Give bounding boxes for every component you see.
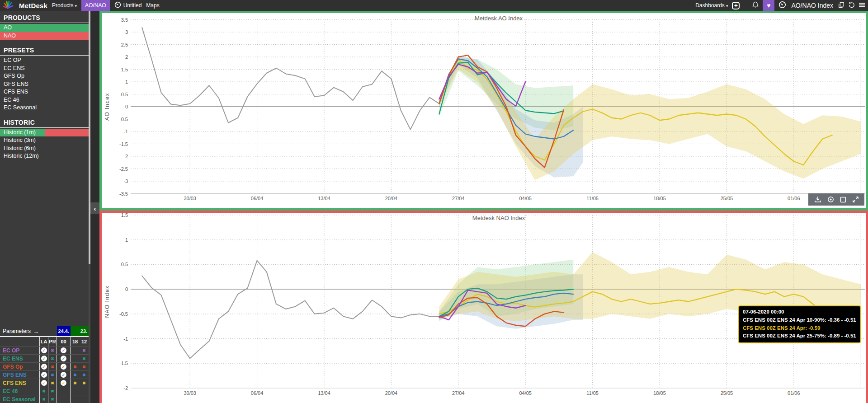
svg-text:11/05: 11/05 (586, 196, 599, 201)
checkbox-checked[interactable]: ✓ (40, 363, 48, 370)
x-icon: ✖ (82, 381, 86, 385)
checkbox-checked[interactable]: ✓ (57, 371, 71, 379)
svg-text:Metdesk AO Index: Metdesk AO Index (475, 15, 523, 22)
x-icon: ✖ (42, 389, 46, 394)
sidebar-item-cfs-ens[interactable]: CFS ENS (0, 88, 89, 96)
checkbox-crossed[interactable]: ✖ (80, 355, 89, 362)
parameter-label-gfs-ens: GFS ENS (0, 371, 40, 379)
svg-text:-0.5: -0.5 (119, 117, 128, 122)
checkbox-crossed[interactable]: ✖ (71, 371, 80, 379)
column-header-12: 12 (80, 337, 89, 346)
duplicate-icon[interactable] (838, 2, 844, 9)
chevron-down-icon: ▾ (726, 4, 728, 8)
parameter-row-gfs-ens: GFS ENS✓✖✓✖✖ (0, 370, 89, 379)
svg-text:-3.5: -3.5 (119, 191, 128, 197)
svg-text:1.5: 1.5 (121, 67, 128, 72)
parameters-column-headers: LAPR001812 (0, 337, 89, 346)
checkbox-crossed[interactable]: ✖ (80, 371, 89, 379)
svg-text:06/04: 06/04 (251, 196, 264, 201)
sidebar-item-historic-6m[interactable]: Historic (6m) (0, 145, 89, 153)
checkbox-checked[interactable]: ✓ (57, 347, 71, 354)
checkbox-crossed[interactable]: ✖ (71, 363, 80, 370)
products-menu[interactable]: Products▾ (52, 2, 77, 9)
add-dashboard-button[interactable]: + (732, 2, 740, 9)
checkbox-crossed[interactable]: ✖ (48, 379, 57, 387)
checkbox-crossed[interactable]: ✖ (40, 395, 48, 403)
favorite-heart-icon[interactable]: ♥ (763, 0, 774, 11)
parameters-label: Parameters→ (0, 326, 57, 336)
series-historic (142, 261, 439, 359)
svg-text:13/04: 13/04 (318, 196, 330, 201)
parameter-row-ec-46: EC 46✖✖ (0, 387, 89, 395)
parameter-row-cfs-ens: CFS ENS✓✖✓✖✖ (0, 379, 89, 387)
sidebar-item-historic-1m[interactable]: Historic (1m) (0, 129, 89, 137)
fullscreen-icon[interactable] (852, 196, 859, 203)
x-icon: ✖ (51, 373, 54, 377)
checkbox-checked[interactable]: ✓ (40, 379, 48, 387)
checkbox-crossed[interactable]: ✖ (80, 379, 89, 387)
checkbox-checked[interactable]: ✓ (40, 355, 48, 362)
reset-undo-icon[interactable] (849, 2, 855, 9)
svg-text:-2: -2 (123, 385, 128, 391)
svg-text:-1.5: -1.5 (119, 141, 128, 147)
active-product-tab[interactable]: AO/NAO (81, 0, 110, 11)
check-icon: ✓ (61, 347, 66, 353)
sidebar-item-nao[interactable]: NAO (0, 32, 89, 40)
sidebar-item-ao[interactable]: AO (0, 24, 89, 32)
tooltip-line: CFS ENS 00Z ENS 24 Apr: -0.59 (743, 324, 856, 333)
x-icon: ✖ (73, 373, 77, 377)
checkbox-crossed[interactable]: ✖ (48, 347, 57, 354)
arrow-right-icon: → (33, 328, 39, 335)
parameters-label-text: Parameters (3, 328, 31, 334)
sidebar-section-title-historic: HISTORIC (0, 116, 89, 128)
gauge-icon (778, 1, 786, 10)
sidebar: PRODUCTSAONAOPRESETSEC OPEC ENSGFS OpGFS… (0, 11, 89, 403)
checkbox-crossed[interactable]: ✖ (80, 347, 89, 354)
column-header-la: LA (40, 337, 48, 346)
checkbox-checked[interactable]: ✓ (57, 379, 71, 387)
sidebar-item-ec-ens[interactable]: EC ENS (0, 65, 89, 73)
maps-tab[interactable]: Maps (146, 2, 159, 9)
target-icon[interactable] (827, 196, 834, 203)
svg-text:-1: -1 (123, 336, 128, 342)
parameter-label-gfs-op: GFS Op (0, 363, 40, 370)
svg-text:2: 2 (125, 54, 128, 60)
parameter-row-ec-op: EC OP✓✖✓✖ (0, 346, 89, 354)
box-select-icon[interactable] (840, 197, 846, 203)
sidebar-rail: ‹ (90, 11, 99, 403)
checkbox-crossed[interactable]: ✖ (80, 363, 89, 370)
x-icon: ✖ (51, 397, 54, 402)
checkbox-crossed[interactable]: ✖ (48, 355, 57, 362)
untitled-dashboard-tab[interactable]: Untitled (114, 1, 142, 9)
dashboards-menu[interactable]: Dashboards▾ (695, 2, 728, 9)
svg-text:-0.5: -0.5 (119, 311, 128, 317)
sidebar-item-gfs-ens[interactable]: GFS ENS (0, 80, 89, 89)
checkbox-crossed[interactable]: ✖ (40, 387, 48, 395)
sidebar-section-title-products: PRODUCTS (0, 11, 89, 23)
checkbox-crossed[interactable]: ✖ (48, 387, 57, 395)
svg-text:3: 3 (125, 29, 128, 35)
svg-text:20/04: 20/04 (385, 390, 398, 396)
checkbox-checked[interactable]: ✓ (40, 371, 48, 379)
parameter-label-cfs-ens: CFS ENS (0, 379, 40, 387)
checkbox-crossed[interactable]: ✖ (48, 371, 57, 379)
checkbox-checked[interactable]: ✓ (57, 355, 71, 362)
notifications-bell-icon[interactable] (752, 1, 759, 9)
checkbox-crossed[interactable]: ✖ (71, 379, 80, 387)
nao-chart-panel: 1.510.50-0.5-1-1.5-230/0306/0413/0420/04… (99, 211, 868, 403)
svg-text:01/06: 01/06 (788, 390, 800, 396)
checkbox-crossed[interactable]: ✖ (48, 363, 57, 370)
sidebar-item-ec-46[interactable]: EC 46 (0, 96, 89, 104)
checkbox-checked[interactable]: ✓ (57, 363, 71, 370)
sidebar-item-historic-12m[interactable]: Historic (12m) (0, 152, 89, 160)
sidebar-item-historic-3m[interactable]: Historic (3m) (0, 136, 89, 145)
sidebar-item-ec-seasonal[interactable]: EC Seasonal (0, 104, 89, 112)
sidebar-collapse-button[interactable]: ‹ (90, 202, 99, 214)
sidebar-item-ec-op[interactable]: EC OP (0, 56, 89, 65)
checkbox-crossed[interactable]: ✖ (48, 395, 57, 403)
svg-text:-2.5: -2.5 (119, 166, 128, 172)
checkbox-checked[interactable]: ✓ (40, 347, 48, 354)
menu-icon[interactable] (859, 2, 865, 9)
download-icon[interactable] (814, 196, 821, 203)
sidebar-item-gfs-op[interactable]: GFS Op (0, 72, 89, 80)
